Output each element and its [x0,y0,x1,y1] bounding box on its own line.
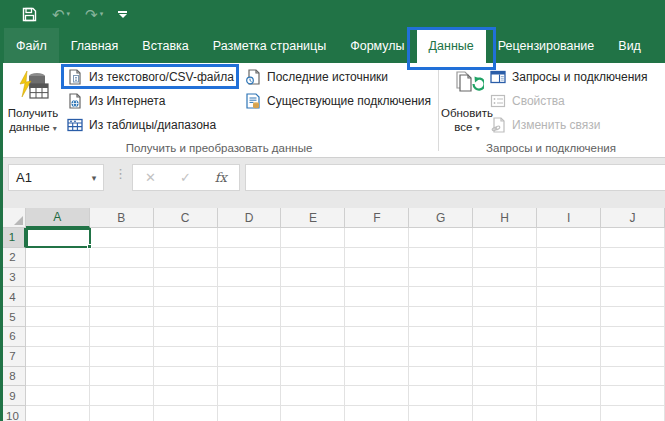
row-header-7[interactable]: 7 [0,347,26,367]
grid-cell[interactable] [281,367,345,387]
tab-file[interactable]: Файл [4,28,59,63]
grid-cell[interactable] [90,307,154,327]
grid-cell[interactable] [345,268,409,288]
grid-cell[interactable] [601,228,665,248]
selected-cell-a1[interactable] [26,228,91,248]
grid-cell[interactable] [345,307,409,327]
grid-cell[interactable] [409,248,473,268]
grid-cell[interactable] [473,327,537,347]
grid-cell[interactable] [90,327,154,347]
row-header-3[interactable]: 3 [0,268,26,288]
grid-cell[interactable] [473,268,537,288]
grid-cell[interactable] [409,327,473,347]
tab-formulas[interactable]: Формулы [338,28,416,63]
tab-review[interactable]: Рецензирование [486,28,607,63]
grid-cell[interactable] [473,307,537,327]
grid-cell[interactable] [26,347,90,367]
grid-cell[interactable] [154,347,218,367]
grid-cell[interactable] [473,347,537,367]
grid-cell[interactable] [601,367,665,387]
customize-toolbar-icon[interactable] [118,11,127,18]
get-data-button[interactable]: Получить данные ▾ [5,64,61,152]
grid-cell[interactable] [90,347,154,367]
grid-cell[interactable] [281,287,345,307]
column-header-d[interactable]: D [218,208,282,228]
grid-cell[interactable] [345,248,409,268]
grid-cell[interactable] [473,367,537,387]
row-header-1[interactable]: 1 [0,228,26,248]
row-header-8[interactable]: 8 [0,367,26,387]
grid-cell[interactable] [537,307,601,327]
tab-home[interactable]: Главная [59,28,131,63]
tab-page-layout[interactable]: Разметка страницы [201,28,338,63]
grid-cell[interactable] [601,287,665,307]
grid-cell[interactable] [218,228,282,248]
fill-handle[interactable] [87,244,92,249]
grid-cell[interactable] [409,287,473,307]
enter-icon[interactable]: ✓ [180,170,191,185]
insert-function-icon[interactable]: fx [215,170,227,185]
column-header-c[interactable]: C [154,208,218,228]
row-header-10[interactable]: 10 [0,406,26,421]
grid-cell[interactable] [409,367,473,387]
grid-cell[interactable] [345,327,409,347]
grid-cell[interactable] [281,228,345,248]
grid-cell[interactable] [90,268,154,288]
grid-cell[interactable] [281,386,345,406]
grid-cell[interactable] [537,347,601,367]
grid-cell[interactable] [345,406,409,421]
grid-cell[interactable] [345,386,409,406]
grid-cell[interactable] [537,327,601,347]
column-header-i[interactable]: I [537,208,601,228]
grid-cell[interactable] [154,367,218,387]
grid-cell[interactable] [90,228,154,248]
grid-cell[interactable] [26,287,90,307]
redo-icon[interactable]: ↷ ▾ [85,7,103,22]
grid-cell[interactable] [345,287,409,307]
grid-cell[interactable] [473,287,537,307]
recent-sources-button[interactable]: Последние источники [240,65,435,89]
grid-cell[interactable] [26,327,90,347]
row-header-5[interactable]: 5 [0,307,26,327]
grid-cell[interactable] [473,386,537,406]
grid-cell[interactable] [601,307,665,327]
grid-cell[interactable] [345,367,409,387]
grid-cell[interactable] [154,248,218,268]
grid-cell[interactable] [218,406,282,421]
column-header-g[interactable]: G [409,208,473,228]
undo-icon[interactable]: ↶ ▾ [52,7,70,22]
queries-connections-button[interactable]: Запросы и подключения [485,65,652,89]
grid-cell[interactable] [601,406,665,421]
grid-cell[interactable] [218,347,282,367]
row-header-4[interactable]: 4 [0,287,26,307]
grid-cell[interactable] [281,406,345,421]
grid-cell[interactable] [281,268,345,288]
grid-cell[interactable] [409,228,473,248]
name-box-caret-icon[interactable]: ▾ [85,173,103,183]
grid-cell[interactable] [537,228,601,248]
column-header-b[interactable]: B [90,208,154,228]
row-header-9[interactable]: 9 [0,386,26,406]
grid-cell[interactable] [281,248,345,268]
grid-cell[interactable] [218,386,282,406]
grid-cell[interactable] [537,268,601,288]
grid-cell[interactable] [473,228,537,248]
grid-cell[interactable] [90,367,154,387]
from-table-range-button[interactable]: Из таблицы/диапазона [62,113,238,137]
column-header-a[interactable]: A [26,208,90,228]
grid-cell[interactable] [601,386,665,406]
grid-cell[interactable] [281,347,345,367]
formula-input[interactable] [245,164,665,191]
grid-cell[interactable] [345,347,409,367]
tab-view[interactable]: Вид [606,28,653,63]
grid-cell[interactable] [537,386,601,406]
grid-cell[interactable] [154,406,218,421]
grid-cell[interactable] [26,268,90,288]
grid-cell[interactable] [154,307,218,327]
grid-cell[interactable] [154,228,218,248]
grid-cell[interactable] [409,386,473,406]
grid-cell[interactable] [154,386,218,406]
grid-cell[interactable] [601,347,665,367]
grid-cell[interactable] [154,327,218,347]
grid-cell[interactable] [26,406,90,421]
